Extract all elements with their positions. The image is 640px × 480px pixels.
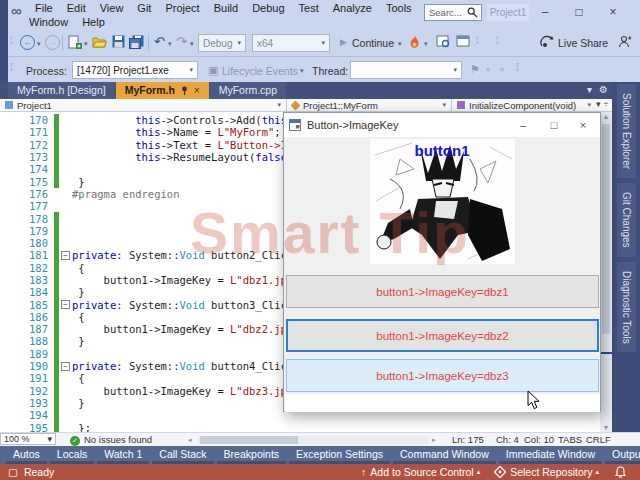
toolbar-overflow[interactable]: ⁞ — [496, 35, 497, 46]
menu-item[interactable]: Project — [158, 1, 206, 16]
continue-play-icon[interactable]: ▶ — [340, 37, 347, 47]
new-file-button[interactable] — [68, 35, 82, 50]
thread-dropdown[interactable]: ▾ — [350, 61, 462, 79]
continue-caret-icon[interactable]: ▾ — [398, 40, 402, 48]
menu-item[interactable]: Analyze — [326, 1, 379, 16]
lifecycle-events-button[interactable]: Lifecycle Events — [222, 65, 298, 77]
solution-platform-dropdown[interactable]: x64 ▾ — [252, 34, 330, 52]
menu-item[interactable]: Tools — [379, 1, 419, 16]
menu-item[interactable]: Help — [75, 15, 112, 30]
tab-options-gear-icon[interactable]: ⚙ — [599, 84, 608, 95]
side-tool-tab[interactable]: Solution Explorer — [617, 84, 636, 178]
fold-collapse-icon[interactable]: − — [61, 362, 70, 371]
fold-collapse-icon[interactable]: − — [61, 251, 70, 260]
open-file-button[interactable] — [92, 35, 107, 48]
undo-button[interactable]: ↶ — [154, 34, 165, 49]
toolbar-grip[interactable]: ⁞ — [10, 35, 11, 46]
navigate-forward-button[interactable]: → — [45, 35, 60, 50]
panel-tab[interactable]: Command Window — [393, 446, 496, 465]
editor-vertical-scrollbar[interactable]: ▲ ▼ — [600, 112, 612, 432]
popup-maximize-button[interactable]: □ — [539, 113, 569, 137]
toolbar-overflow[interactable]: ⁞ — [476, 35, 477, 46]
split-window-icon[interactable]: ÷ — [604, 99, 609, 109]
toolbar-grip[interactable]: ⁞ — [10, 62, 11, 73]
add-to-source-control-button[interactable]: Add to Source Control — [370, 466, 473, 478]
scrollbar-thumb[interactable] — [602, 124, 610, 334]
panel-tab[interactable]: Immediate Window — [499, 446, 602, 465]
flag-icon[interactable]: ⚑ — [470, 63, 480, 76]
fold-collapse-icon[interactable]: − — [61, 300, 70, 309]
show-threads-icon[interactable] — [436, 35, 450, 48]
class-dropdown[interactable]: Project1::MyForm ▾ — [287, 99, 452, 111]
tab-close-icon[interactable]: × — [194, 82, 200, 99]
select-repository-button[interactable]: Select Repository — [510, 466, 592, 478]
menu-item[interactable]: Build — [207, 1, 245, 16]
active-files-caret-icon[interactable]: ▾ — [587, 84, 592, 95]
maximize-button[interactable]: □ — [568, 2, 590, 22]
menu-item[interactable]: File — [28, 1, 60, 16]
menu-item[interactable]: Git — [130, 1, 158, 16]
save-all-button[interactable] — [129, 35, 144, 49]
redo-caret-icon[interactable]: ▾ — [190, 40, 194, 48]
issues-status[interactable]: No issues found — [84, 434, 152, 445]
popup-close-button[interactable]: × — [568, 113, 598, 137]
lifecycle-caret-icon[interactable]: ▾ — [300, 67, 304, 75]
panel-tab[interactable]: Output — [605, 446, 640, 465]
hscrollbar-thumb[interactable] — [200, 436, 298, 444]
live-share-button[interactable]: Live Share — [558, 37, 608, 49]
tab-myform-h-design[interactable]: MyForm.h [Design] — [8, 82, 115, 99]
panel-tab[interactable]: Watch 1 — [97, 446, 149, 465]
menu-item[interactable]: View — [93, 1, 131, 16]
toolbar-misc-icon[interactable]: ▫ — [486, 63, 490, 75]
undo-caret-icon[interactable]: ▾ — [168, 40, 172, 48]
scroll-up-icon[interactable]: ▲ — [600, 113, 612, 120]
popup-title-bar[interactable]: Button->ImageKey – □ × — [284, 113, 600, 137]
editor-horizontal-scrollbar[interactable] — [198, 436, 428, 444]
form-button-dbz1[interactable]: button1->ImageKey=dbz1 — [286, 275, 599, 308]
hot-reload-caret-icon[interactable]: ▾ — [424, 40, 428, 48]
panel-tab[interactable]: Call Stack — [152, 446, 213, 465]
save-button[interactable] — [112, 35, 125, 48]
panel-tab[interactable]: Autos — [6, 446, 47, 465]
live-share-icon[interactable] — [540, 35, 555, 49]
process-dropdown[interactable]: [14720] Project1.exe ▾ — [72, 61, 198, 79]
pin-icon[interactable] — [180, 86, 189, 96]
search-input[interactable]: Searc... — [424, 4, 482, 21]
hscroll-right-icon[interactable]: ▸ — [432, 436, 436, 444]
menu-item[interactable]: Edit — [60, 1, 93, 16]
close-button[interactable]: × — [602, 2, 624, 22]
toolbar-misc-icon[interactable]: ▫ — [500, 63, 504, 75]
navigate-back-button[interactable]: ← — [20, 35, 35, 50]
popup-minimize-button[interactable]: – — [508, 113, 538, 137]
notifications-bell-icon[interactable] — [615, 466, 626, 478]
minimize-button[interactable]: – — [534, 2, 556, 22]
side-tool-tab[interactable]: Diagnostic Tools — [617, 262, 636, 353]
member-dropdown[interactable]: InitializeComponent(void) ▾ — [452, 99, 596, 111]
zoom-dropdown[interactable]: 100 % ▾ — [0, 433, 56, 445]
scroll-down-icon[interactable]: ▼ — [600, 424, 612, 431]
back-caret-icon[interactable]: ▾ — [37, 40, 41, 48]
panel-tab[interactable]: Breakpoints — [217, 446, 286, 465]
menu-item[interactable]: Debug — [245, 1, 291, 16]
side-tool-tab[interactable]: Git Changes — [617, 183, 636, 257]
tab-myform-cpp[interactable]: MyForm.cpp — [210, 82, 286, 99]
continue-button[interactable]: Continue — [352, 37, 394, 49]
form-button-dbz2[interactable]: button1->ImageKey=dbz2 — [286, 319, 599, 352]
navbar-caret-icon[interactable]: ▾ — [596, 99, 601, 109]
code-line[interactable]: 195 }; — [0, 421, 600, 432]
menu-item[interactable]: Test — [292, 1, 326, 16]
toolbar-overflow[interactable]: ⁞ — [516, 62, 517, 73]
tab-myform-h[interactable]: MyForm.h × — [116, 82, 209, 99]
hot-reload-flame-icon[interactable] — [408, 35, 421, 49]
form-button-dbz3[interactable]: button1->ImageKey=dbz3 — [286, 359, 599, 392]
panel-tab[interactable]: Exception Settings — [289, 446, 390, 465]
redo-button[interactable]: ↷ — [176, 34, 187, 49]
menu-item[interactable]: Window — [22, 15, 75, 30]
project-dropdown[interactable]: Project1 ▾ — [0, 99, 287, 111]
panel-tab[interactable]: Locals — [50, 446, 94, 465]
solution-configuration-dropdown[interactable]: Debug ▾ — [198, 34, 246, 52]
diagnostic-window-icon[interactable] — [456, 35, 470, 48]
hscroll-left-icon[interactable]: ◂ — [188, 436, 192, 444]
new-file-caret-icon[interactable]: ▾ — [84, 40, 88, 48]
feedback-person-icon[interactable] — [618, 35, 632, 48]
